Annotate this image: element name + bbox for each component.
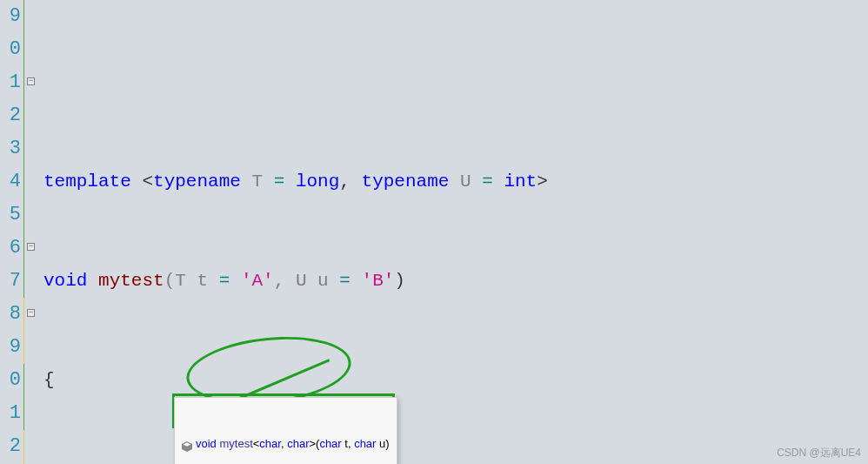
intellisense-tooltip[interactable]: void mytest<char, char>(char t, char u) … xyxy=(174,397,397,464)
code-line[interactable] xyxy=(43,66,868,99)
fold-toggle[interactable]: − xyxy=(27,243,35,251)
line-number: 3 xyxy=(0,132,21,165)
line-number: 7 xyxy=(0,265,21,298)
code-line[interactable]: void mytest(T t = 'A', U u = 'B') xyxy=(43,265,868,298)
watermark: CSDN @远离UE4 xyxy=(777,446,861,461)
line-number: 1 xyxy=(0,397,21,430)
line-number: 2 xyxy=(0,430,21,463)
cube-icon xyxy=(182,440,192,450)
code-line[interactable]: { xyxy=(43,364,868,397)
line-number: 8 xyxy=(0,298,21,331)
code-line[interactable]: template <typename T = long, typename U … xyxy=(43,165,868,198)
fold-column: − − − xyxy=(24,0,38,464)
line-number: 9 xyxy=(0,331,21,364)
line-number: 1 xyxy=(0,66,21,99)
line-number: 6 xyxy=(0,232,21,265)
fold-toggle[interactable]: − xyxy=(27,77,35,85)
line-number: 9 xyxy=(0,0,21,33)
fold-toggle[interactable]: − xyxy=(27,309,35,317)
line-number: 0 xyxy=(0,364,21,397)
code-content[interactable]: template <typename T = long, typename U … xyxy=(38,0,868,464)
line-number: 5 xyxy=(0,198,21,232)
line-number: 0 xyxy=(0,33,21,66)
line-number-gutter: 9 0 1 2 3 4 5 6 7 8 9 0 1 2 xyxy=(0,0,24,464)
tooltip-signature: void mytest<char, char>(char t, char u) xyxy=(182,435,390,453)
code-editor: 9 0 1 2 3 4 5 6 7 8 9 0 1 2 − − − templa… xyxy=(0,0,868,464)
line-number: 4 xyxy=(0,165,21,198)
line-number: 2 xyxy=(0,99,21,132)
